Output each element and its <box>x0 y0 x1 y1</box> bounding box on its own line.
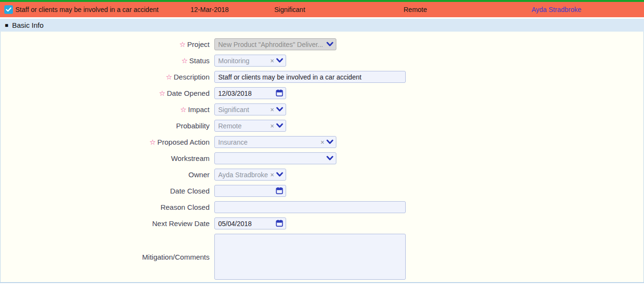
clear-icon[interactable]: × <box>270 57 274 64</box>
impact-select[interactable]: Significant × <box>214 103 286 115</box>
mitigation-comments-label-cell: Mitigation/Comments <box>0 253 214 261</box>
chevron-down-icon <box>276 107 283 112</box>
required-star-icon: ☆ <box>166 73 172 80</box>
proposed-action-label: Proposed Action <box>157 138 210 146</box>
project-select[interactable]: New Product "Aphrodites" Deliver... <box>214 38 336 50</box>
form-row-mitigation-comments: Mitigation/Comments <box>0 234 644 280</box>
date-opened-label-cell: ☆ Date Opened <box>0 89 214 97</box>
clear-icon[interactable]: × <box>270 106 274 113</box>
mitigation-comments-textarea[interactable] <box>214 234 406 280</box>
risk-checkbox[interactable] <box>4 5 13 14</box>
reason-closed-input[interactable] <box>214 201 406 213</box>
calendar-icon[interactable] <box>276 89 283 97</box>
check-icon <box>6 7 11 12</box>
impact-select-value: Significant <box>218 106 249 114</box>
status-label: Status <box>189 57 210 65</box>
next-review-date-label: Next Review Date <box>152 219 210 228</box>
project-label-cell: ☆ Project <box>0 40 214 48</box>
form-row-date-closed: Date Closed <box>0 185 644 197</box>
calendar-icon[interactable] <box>276 187 283 194</box>
date-opened-label: Date Opened <box>167 89 210 97</box>
date-closed-label-cell: Date Closed <box>0 187 214 195</box>
summary-owner-cell: Ayda Stradbroke <box>499 6 614 13</box>
mitigation-comments-label: Mitigation/Comments <box>142 253 210 261</box>
owner-label: Owner <box>189 171 210 179</box>
form-row-reason-closed: Reason Closed <box>0 201 644 213</box>
form-row-description: ☆ Description <box>0 71 644 83</box>
form-row-project: ☆ Project New Product "Aphrodites" Deliv… <box>0 38 644 50</box>
summary-probability: Remote <box>332 6 499 13</box>
form-row-date-opened: ☆ Date Opened <box>0 87 644 99</box>
summary-owner-link[interactable]: Ayda Stradbroke <box>532 6 581 13</box>
proposed-action-select[interactable]: Insurance × <box>214 136 336 148</box>
form-row-probability: Probability Remote × <box>0 120 644 132</box>
required-star-icon: ☆ <box>180 106 187 113</box>
impact-label: Impact <box>188 105 210 114</box>
probability-select[interactable]: Remote × <box>214 120 286 132</box>
owner-label-cell: Owner <box>0 171 214 179</box>
owner-select-value: Ayda Stradbroke <box>218 171 268 179</box>
probability-select-value: Remote <box>218 122 242 130</box>
form-row-workstream: Workstream <box>0 152 644 164</box>
clear-icon[interactable]: × <box>270 123 274 129</box>
clear-icon[interactable]: × <box>321 139 324 146</box>
risk-select-cell <box>0 5 15 14</box>
project-label: Project <box>187 40 210 48</box>
description-label: Description <box>174 73 210 81</box>
chevron-down-icon <box>276 123 283 128</box>
form-row-owner: Owner Ayda Stradbroke × <box>0 169 644 181</box>
proposed-action-label-cell: ☆ Proposed Action <box>0 138 214 146</box>
workstream-label-cell: Workstream <box>0 154 214 162</box>
reason-closed-label: Reason Closed <box>160 203 210 211</box>
chevron-down-icon <box>276 172 283 177</box>
proposed-action-select-value: Insurance <box>218 138 247 146</box>
status-label-cell: ☆ Status <box>0 57 214 65</box>
summary-description: Staff or clients may be involved in a ca… <box>15 6 187 13</box>
form-row-impact: ☆ Impact Significant × <box>0 103 644 115</box>
section-title: Basic Info <box>12 21 44 29</box>
reason-closed-label-cell: Reason Closed <box>0 203 214 211</box>
workstream-label: Workstream <box>171 154 210 162</box>
next-review-date-label-cell: Next Review Date <box>0 219 214 228</box>
summary-impact: Significant <box>248 6 332 13</box>
chevron-down-icon <box>326 156 333 161</box>
workstream-select[interactable] <box>214 152 336 164</box>
probability-label-cell: Probability <box>0 122 214 130</box>
owner-select[interactable]: Ayda Stradbroke × <box>214 169 286 181</box>
basic-info-panel: ☆ Project New Product "Aphrodites" Deliv… <box>0 32 644 283</box>
chevron-down-icon <box>276 58 283 63</box>
chevron-down-icon <box>326 42 333 47</box>
required-star-icon: ☆ <box>149 138 155 146</box>
project-select-value: New Product "Aphrodites" Deliver... <box>218 41 323 48</box>
required-star-icon: ☆ <box>179 41 186 48</box>
probability-label: Probability <box>176 122 210 130</box>
description-input[interactable] <box>214 71 406 83</box>
required-star-icon: ☆ <box>181 57 188 64</box>
impact-label-cell: ☆ Impact <box>0 105 214 114</box>
required-star-icon: ☆ <box>159 90 165 97</box>
form-row-status: ☆ Status Monitoring × <box>0 55 644 67</box>
status-select[interactable]: Monitoring × <box>214 55 286 67</box>
calendar-icon[interactable] <box>276 219 283 227</box>
next-review-date-field <box>214 217 286 229</box>
summary-date: 12-Mar-2018 <box>187 6 248 13</box>
risk-summary-bar: Staff or clients may be involved in a ca… <box>0 2 644 17</box>
form-row-next-review-date: Next Review Date <box>0 217 644 229</box>
collapse-square-icon: ■ <box>5 23 8 28</box>
clear-icon[interactable]: × <box>270 171 274 178</box>
date-closed-label: Date Closed <box>170 187 210 195</box>
section-header-basic-info[interactable]: ■ Basic Info <box>0 19 644 32</box>
status-select-value: Monitoring <box>218 57 249 65</box>
form-row-proposed-action: ☆ Proposed Action Insurance × <box>0 136 644 148</box>
chevron-down-icon <box>326 139 333 145</box>
date-closed-field <box>214 185 286 197</box>
date-opened-field <box>214 87 286 99</box>
description-label-cell: ☆ Description <box>0 73 214 81</box>
